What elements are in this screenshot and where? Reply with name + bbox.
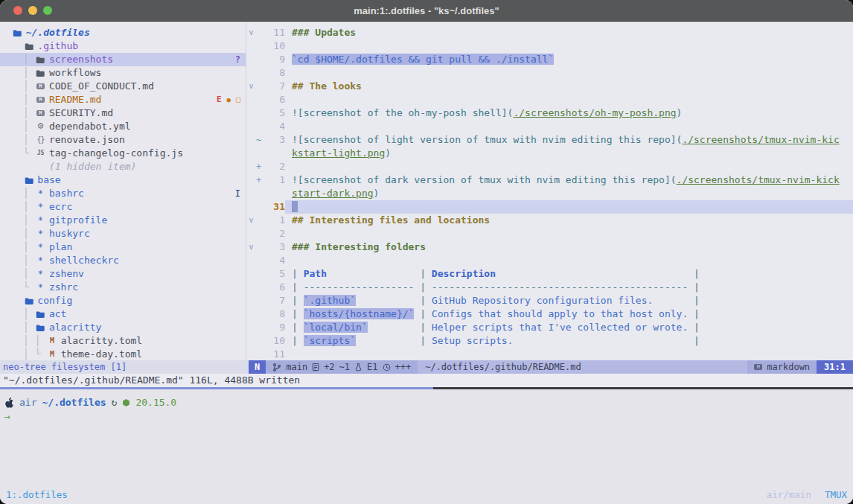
fold-marker[interactable] bbox=[246, 39, 256, 53]
fold-marker[interactable] bbox=[246, 187, 256, 200]
fold-marker[interactable] bbox=[246, 120, 256, 133]
editor-line[interactable]: 4 bbox=[246, 120, 853, 133]
fold-marker[interactable] bbox=[246, 147, 256, 160]
tree-item--1-hidden-item-[interactable]: (1 hidden item) bbox=[0, 160, 246, 173]
fold-marker[interactable] bbox=[246, 106, 256, 120]
line-text: kstart-light.png) bbox=[285, 147, 853, 160]
fold-marker[interactable] bbox=[246, 93, 256, 106]
git-sign bbox=[256, 254, 264, 267]
editor-line[interactable]: 9`cd $HOME/.dotfiles && git pull && ./in… bbox=[246, 53, 853, 66]
config-file-icon: * bbox=[35, 227, 46, 240]
tree-item-huskyrc[interactable]: │ *huskyrc bbox=[0, 227, 246, 240]
tree-item-tag-changelog-config-js[interactable]: └ JStag-changelog-config.js bbox=[0, 147, 246, 160]
editor-line[interactable]: +1![screenshot of dark version of tmux w… bbox=[246, 173, 853, 187]
tree-item--dotfiles[interactable]: ~/.dotfiles bbox=[0, 26, 246, 39]
editor-line[interactable]: v1## Interesting files and locations bbox=[246, 214, 853, 227]
tree-item-alacritty[interactable]: │ alacritty bbox=[0, 321, 246, 334]
shell-input-line[interactable]: → bbox=[0, 409, 853, 424]
editor-line[interactable]: 2 bbox=[246, 227, 853, 240]
git-sign bbox=[256, 147, 264, 160]
line-number: 8 bbox=[264, 307, 285, 321]
fold-marker[interactable]: v bbox=[246, 240, 256, 254]
tree-item-base[interactable]: base bbox=[0, 173, 246, 187]
minimize-button[interactable] bbox=[28, 6, 37, 15]
fold-marker[interactable] bbox=[246, 267, 256, 281]
editor-current-line[interactable]: 31 bbox=[246, 200, 853, 214]
fold-marker[interactable]: v bbox=[246, 26, 256, 39]
editor-line[interactable]: v11### Updates bbox=[246, 26, 853, 39]
zoom-button[interactable] bbox=[43, 6, 52, 15]
editor-line[interactable]: 6| ------------------- | ---------------… bbox=[246, 281, 853, 294]
tree-item-label: dependabot.yml bbox=[49, 120, 131, 133]
line-text bbox=[285, 66, 853, 80]
tree-item-plan[interactable]: │ *plan bbox=[0, 240, 246, 254]
fold-marker[interactable] bbox=[246, 348, 256, 360]
tree-item-label: base bbox=[37, 173, 60, 187]
editor-line[interactable]: 8| `hosts/{hostname}/` | Configs that sh… bbox=[246, 307, 853, 321]
tree-item-security-md[interactable]: │ MSECURITY.md bbox=[0, 106, 246, 120]
tree-item-zshrc[interactable]: └ *zshrc bbox=[0, 281, 246, 294]
tmux-window-item[interactable]: 1:.dotfiles bbox=[6, 489, 68, 500]
tree-item-renovate-json[interactable]: │ {}renovate.json bbox=[0, 133, 246, 147]
tree-item-alacritty-toml[interactable]: │ │ Malacritty.toml bbox=[0, 334, 246, 348]
fold-marker[interactable] bbox=[246, 133, 256, 147]
fold-marker[interactable] bbox=[246, 53, 256, 66]
editor-line[interactable]: 5| Path | Description | bbox=[246, 267, 853, 281]
tree-item-workflows[interactable]: │ workflows bbox=[0, 66, 246, 80]
shell-pane[interactable]: air ~/.dotfiles ↻ 20.15.0 → 1:.dotfiles … bbox=[0, 389, 853, 504]
fold-marker[interactable] bbox=[246, 307, 256, 321]
editor-line[interactable]: 6 bbox=[246, 93, 853, 106]
tree-item-gitprofile[interactable]: │ *gitprofile bbox=[0, 214, 246, 227]
tmux-status-bar: 1:.dotfiles air/main TMUX bbox=[0, 486, 853, 503]
editor-line[interactable]: v7## The looks bbox=[246, 80, 853, 93]
tree-item--github[interactable]: .github bbox=[0, 39, 246, 53]
editor-line[interactable]: 10| `scripts` | Setup scripts. | bbox=[246, 334, 853, 348]
fold-marker[interactable]: v bbox=[246, 80, 256, 93]
fold-marker[interactable] bbox=[246, 321, 256, 334]
editor-line[interactable]: kstart-light.png) bbox=[246, 147, 853, 160]
tree-item-ecrc[interactable]: │ *ecrc bbox=[0, 200, 246, 214]
git-sign bbox=[256, 66, 264, 80]
fold-marker[interactable] bbox=[246, 66, 256, 80]
editor-line[interactable]: 7| `.github` | GitHub Repository configu… bbox=[246, 294, 853, 307]
fold-marker[interactable] bbox=[246, 254, 256, 267]
tree-item-code-of-conduct-md[interactable]: │ MCODE_OF_CONDUCT.md bbox=[0, 80, 246, 93]
tree-item-bashrc[interactable]: │ *bashrcI bbox=[0, 187, 246, 200]
tree-item-zshenv[interactable]: │ *zshenv bbox=[0, 267, 246, 281]
close-button[interactable] bbox=[13, 6, 22, 15]
tree-item-config[interactable]: config bbox=[0, 294, 246, 307]
fold-marker[interactable] bbox=[246, 281, 256, 294]
tree-item-label: SECURITY.md bbox=[49, 106, 113, 120]
tree-item-label: workflows bbox=[49, 66, 101, 80]
fold-marker[interactable]: v bbox=[246, 214, 256, 227]
tree-item-dependabot-yml[interactable]: │ ⚙dependabot.yml bbox=[0, 120, 246, 133]
tree-item-screenshots[interactable]: │ screenshots? bbox=[0, 53, 246, 66]
tree-item-act[interactable]: │ act bbox=[0, 307, 246, 321]
editor-line[interactable]: ~3![screenshot of light version of tmux … bbox=[246, 133, 853, 147]
fold-marker[interactable] bbox=[246, 173, 256, 187]
fold-marker[interactable] bbox=[246, 294, 256, 307]
folder-icon bbox=[35, 69, 46, 77]
line-text: | ------------------- | ----------------… bbox=[285, 281, 853, 294]
line-text bbox=[285, 200, 853, 214]
fold-marker[interactable] bbox=[246, 334, 256, 348]
editor-line[interactable]: +2 bbox=[246, 160, 853, 173]
editor-line[interactable]: start-dark.png) bbox=[246, 187, 853, 200]
fold-marker[interactable] bbox=[246, 227, 256, 240]
tree-item-readme-md[interactable]: │ MREADME.mdE●□ bbox=[0, 93, 246, 106]
line-number: 5 bbox=[264, 267, 285, 281]
editor-line[interactable]: 9| `local/bin` | Helper scripts that I'v… bbox=[246, 321, 853, 334]
fold-marker[interactable] bbox=[246, 200, 256, 214]
terminal-window: main:1:.dotfiles - "ks~/.dotfiles" ~/.do… bbox=[0, 0, 853, 504]
tree-item-theme-day-toml[interactable]: │ └ Mtheme-day.toml bbox=[0, 348, 246, 360]
editor-line[interactable]: v3### Interesting folders bbox=[246, 240, 853, 254]
editor-line[interactable]: 10 bbox=[246, 39, 853, 53]
editor-line[interactable]: 5![screenshot of the oh-my-posh shell](.… bbox=[246, 106, 853, 120]
editor-line[interactable]: 11 bbox=[246, 348, 853, 360]
line-text bbox=[285, 254, 853, 267]
tree-item-shellcheckrc[interactable]: │ *shellcheckrc bbox=[0, 254, 246, 267]
line-text bbox=[285, 160, 853, 173]
fold-marker[interactable] bbox=[246, 160, 256, 173]
editor-line[interactable]: 4 bbox=[246, 254, 853, 267]
editor-line[interactable]: 8 bbox=[246, 66, 853, 80]
